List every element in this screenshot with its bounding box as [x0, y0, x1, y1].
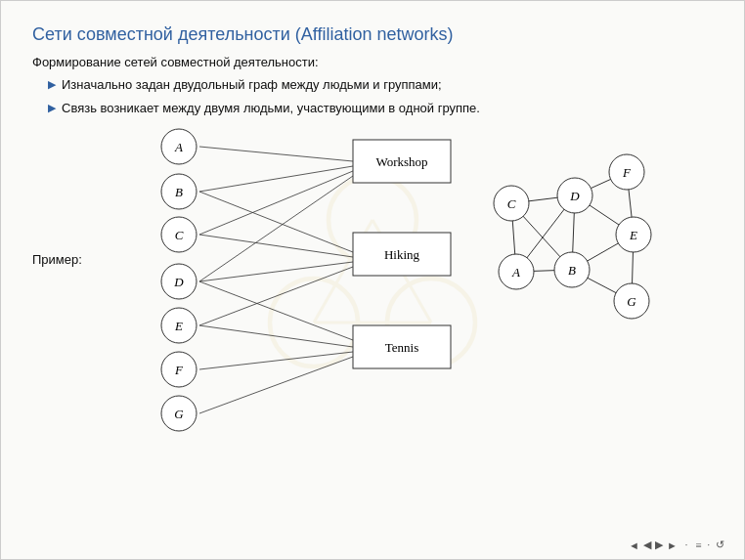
bullet-1-text: Изначально задан двудольный граф между л…: [62, 75, 442, 95]
node-A-left-label: A: [174, 140, 183, 154]
svg-line-6: [199, 147, 353, 161]
example-label: Пример:: [32, 252, 82, 267]
node-E-right-label: E: [629, 228, 637, 242]
bullet-1: ▶ Изначально задан двудольный граф между…: [48, 75, 713, 95]
svg-line-13: [199, 267, 353, 325]
node-B-left-label: B: [175, 185, 183, 199]
bullet-list: ▶ Изначально задан двудольный граф между…: [48, 75, 713, 117]
nav-first[interactable]: ◄: [629, 539, 639, 551]
intro-text: Формирование сетей совместной деятельнос…: [32, 55, 713, 69]
hiking-label: Hiking: [384, 247, 420, 262]
workshop-label: Workshop: [375, 154, 427, 169]
nav-last[interactable]: ►: [667, 539, 678, 551]
tennis-label: Tennis: [385, 340, 418, 355]
svg-line-12: [199, 262, 353, 281]
slide: Сети совместной деятельности (Affiliatio…: [0, 0, 745, 560]
bullet-arrow-2: ▶: [48, 100, 56, 116]
node-C-left-label: C: [175, 228, 184, 242]
svg-line-9: [199, 176, 353, 281]
bullet-arrow-1: ▶: [48, 76, 56, 93]
nav-menu[interactable]: ≡: [695, 539, 701, 551]
node-E-left-label: E: [174, 319, 183, 333]
slide-title: Сети совместной деятельности (Affiliatio…: [32, 24, 713, 45]
node-B-right-label: B: [568, 263, 576, 278]
bullet-2: ▶ Связь возникает между двумя людьми, уч…: [48, 99, 713, 118]
diagram-area: Пример:: [32, 125, 713, 448]
node-F-right-label: F: [622, 165, 632, 180]
node-D-right-label: D: [569, 189, 580, 203]
svg-line-8: [199, 171, 353, 235]
svg-line-16: [199, 352, 353, 369]
bullet-2-text: Связь возникает между двумя людьми, учас…: [62, 99, 480, 118]
svg-line-17: [199, 357, 353, 413]
nav-bar: ◄ ◀ ▶ ► · ≡ · ↺: [629, 538, 724, 551]
nav-next[interactable]: ▶: [655, 538, 663, 551]
node-G-right-label: G: [627, 294, 636, 309]
node-F-left-label: F: [174, 363, 184, 377]
nav-separator2: ·: [708, 539, 711, 550]
svg-line-11: [199, 235, 353, 257]
svg-line-15: [199, 325, 353, 347]
slide-content: Сети совместной деятельности (Affiliatio…: [32, 24, 713, 448]
diagram-svg: A B C D E F: [91, 125, 745, 438]
node-A-right-label: A: [511, 265, 520, 280]
nav-prev[interactable]: ◀: [643, 538, 651, 551]
node-C-right-label: C: [507, 196, 516, 211]
svg-line-14: [199, 281, 353, 340]
node-G-left-label: G: [174, 407, 184, 421]
node-D-left-label: D: [173, 275, 184, 289]
nav-separator: ·: [685, 539, 688, 550]
nav-refresh[interactable]: ↺: [716, 538, 724, 551]
svg-line-10: [199, 192, 353, 252]
svg-line-7: [199, 166, 353, 192]
